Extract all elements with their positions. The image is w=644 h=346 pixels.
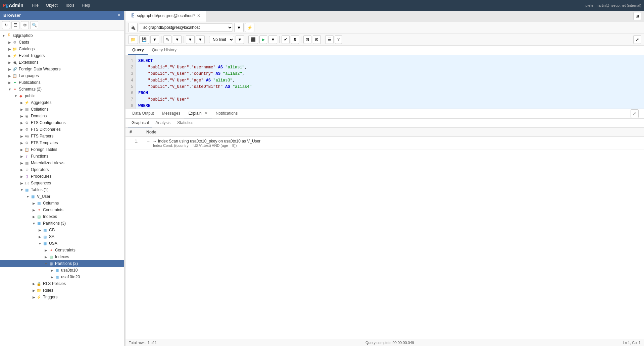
- tree-item-collations[interactable]: ▶ ▤ Collations: [0, 106, 124, 113]
- tree-item-fdw[interactable]: ▶ 🔗 Foreign Data Wrappers: [0, 66, 124, 72]
- tree-item-rls[interactable]: ▶ 🔒 RLS Policies: [0, 280, 124, 287]
- tab-analysis[interactable]: Analysis: [152, 119, 174, 127]
- connection-extra[interactable]: ⚡: [245, 23, 254, 32]
- tree-toggle-ftsd[interactable]: ▶: [19, 128, 24, 131]
- menu-file[interactable]: File: [29, 2, 42, 9]
- tab-data-output[interactable]: Data Output: [128, 109, 158, 118]
- tree-toggle-mv[interactable]: ▶: [19, 161, 24, 165]
- tab-query[interactable]: Query: [128, 46, 148, 55]
- tree-toggle-casts[interactable]: ▶: [7, 41, 12, 44]
- rollback-button[interactable]: ✘: [291, 35, 299, 44]
- tab-query-history[interactable]: Query History: [148, 46, 181, 55]
- tree-toggle-ftsp[interactable]: ▶: [19, 134, 24, 138]
- tab-statistics[interactable]: Statistics: [174, 119, 197, 127]
- tree-toggle-ft[interactable]: ▶: [19, 148, 24, 152]
- explain-analyze-button[interactable]: ⊠: [313, 35, 321, 44]
- tree-toggle-usa[interactable]: ▼: [38, 242, 42, 245]
- tree-item-fts-parsers[interactable]: ▶ Aa FTS Parsers: [0, 133, 124, 139]
- tree-toggle-col[interactable]: ▶: [19, 108, 24, 111]
- tree-toggle-proc[interactable]: ▶: [19, 175, 24, 178]
- tree-item-event-triggers[interactable]: ▶ ⚡ Event Triggers: [0, 52, 124, 59]
- tree-item-usa[interactable]: ▼ ▦ USA: [0, 240, 124, 247]
- tree-item-functions[interactable]: ▶ ƒ Functions: [0, 153, 124, 160]
- tree-toggle-columns[interactable]: ▶: [32, 201, 36, 205]
- tree-toggle-et[interactable]: ▶: [7, 54, 12, 58]
- edit-button[interactable]: ✎: [163, 35, 171, 44]
- tree-toggle-seq[interactable]: ▶: [19, 181, 24, 185]
- tree-toggle-schemas[interactable]: ▼: [7, 88, 12, 91]
- tree-item-sequences[interactable]: ▶ 1.3 Sequences: [0, 180, 124, 186]
- edit-dropdown-button[interactable]: ▼: [173, 35, 182, 44]
- tree-item-triggers[interactable]: ▶ ⚡ Triggers: [0, 294, 124, 300]
- tree-item-gb[interactable]: ▶ ▦ GB: [0, 227, 124, 233]
- tree-toggle-tables[interactable]: ▼: [19, 188, 24, 192]
- menu-object[interactable]: Object: [43, 2, 61, 9]
- tree-item-usa10to20[interactable]: ▶ ▦ usa10to20: [0, 274, 124, 280]
- tree-toggle-pub[interactable]: ▶: [7, 81, 12, 84]
- menu-tools[interactable]: Tools: [62, 2, 78, 9]
- tree-item-columns[interactable]: ▶ ▤ Columns: [0, 200, 124, 207]
- tree-toggle-triggers[interactable]: ▶: [32, 295, 36, 299]
- tree-toggle-indexes[interactable]: ▶: [32, 215, 36, 219]
- open-file-button[interactable]: 📁: [128, 35, 138, 44]
- filter-dropdown-button[interactable]: ▼: [196, 35, 205, 44]
- tree-item-sa[interactable]: ▶ ▦ SA: [0, 233, 124, 240]
- tree-item-catalogs[interactable]: ▶ 📁 Catalogs: [0, 46, 124, 52]
- tree-item-usa-partitions[interactable]: ▼ ▦ Partitions (2): [0, 260, 124, 267]
- run-dropdown-button[interactable]: ▼: [268, 35, 277, 44]
- tab-graphical[interactable]: Graphical: [128, 119, 152, 127]
- commit-button[interactable]: ✔: [282, 35, 290, 44]
- connect-button[interactable]: 🔌: [128, 23, 138, 32]
- query-editor[interactable]: 1 2 3 4 5 6 7 8 9 SELECT "public"."V_Use…: [126, 55, 644, 109]
- tab-close[interactable]: ✕: [197, 13, 200, 18]
- tab-sqlgraphdb[interactable]: 🗄 sqlgraphdb/postgres@localhost* ✕: [126, 11, 206, 21]
- tree-item-publications[interactable]: ▶ ✦ Publications: [0, 79, 124, 86]
- save-file-button[interactable]: 💾: [139, 35, 149, 44]
- connection-options[interactable]: ▼: [234, 23, 244, 32]
- sidebar-collapse[interactable]: ✕: [117, 13, 120, 17]
- tree-toggle-rls[interactable]: ▶: [32, 282, 36, 286]
- tree-toggle-agg[interactable]: ▶: [19, 101, 24, 105]
- tree-item-domains[interactable]: ▶ ◉ Domains: [0, 113, 124, 119]
- tree-item-extensions[interactable]: ▶ 🔌 Extensions: [0, 59, 124, 66]
- tree-item-operators[interactable]: ▶ ⊕ Operators: [0, 166, 124, 173]
- tree-toggle-func[interactable]: ▶: [19, 155, 24, 158]
- macros-button[interactable]: ☰: [325, 35, 334, 44]
- tree-toggle-fdw[interactable]: ▶: [7, 67, 12, 71]
- tree-toggle-usa-i[interactable]: ▶: [44, 255, 48, 259]
- tree-toggle-public[interactable]: ▼: [13, 94, 18, 98]
- tree-toggle-rules[interactable]: ▶: [32, 289, 36, 292]
- tree-item-fts-templates[interactable]: ▶ ⚙ FTS Templates: [0, 139, 124, 146]
- tree-toggle-usa-p[interactable]: ▼: [44, 262, 48, 266]
- tab-notifications[interactable]: Notifications: [212, 109, 242, 118]
- tree-item-public[interactable]: ▼ ◆ public: [0, 93, 124, 99]
- tree-item-sqlgraphdb[interactable]: ▼ 🗄 sqlgraphdb: [0, 32, 124, 39]
- tree-toggle-usa0[interactable]: ▶: [50, 269, 54, 272]
- tree-item-schemas[interactable]: ▼ ✦ Schemas (2): [0, 86, 124, 93]
- tree-item-mat-views[interactable]: ▶ ▦ Materialized Views: [0, 160, 124, 166]
- tree-toggle-ftsc[interactable]: ▶: [19, 121, 24, 125]
- tree-item-constraints[interactable]: ▶ ✦ Constraints: [0, 207, 124, 213]
- tree-item-aggregates[interactable]: ▶ ⚡ Aggregates: [0, 99, 124, 106]
- tree-item-tables[interactable]: ▼ ▦ Tables (1): [0, 186, 124, 193]
- tree-toggle-dom[interactable]: ▶: [19, 114, 24, 118]
- explain-close[interactable]: ✕: [204, 111, 208, 116]
- tree-toggle-sqlgraphdb[interactable]: ▼: [1, 34, 6, 38]
- tree-item-usa-indexes[interactable]: ▶ ▤ Indexes: [0, 253, 124, 260]
- tree-item-rules[interactable]: ▶ 📁 Rules: [0, 287, 124, 294]
- tree-toggle-usa10[interactable]: ▶: [50, 275, 54, 279]
- tree-toggle-partitions[interactable]: ▼: [32, 222, 36, 225]
- run-button[interactable]: ▶: [259, 35, 267, 44]
- tree-item-usa-constraints[interactable]: ▶ ✦ Constraints: [0, 247, 124, 253]
- tree-item-fts-dict[interactable]: ▶ ⚙ FTS Dictionaries: [0, 126, 124, 133]
- tab-detach[interactable]: ⊞: [633, 12, 641, 20]
- tree-toggle-catalogs[interactable]: ▶: [7, 47, 12, 51]
- tree-toggle-ftst[interactable]: ▶: [19, 141, 24, 145]
- save-dropdown-button[interactable]: ▼: [150, 35, 159, 44]
- tree-item-languages[interactable]: ▶ 📋 Languages: [0, 72, 124, 79]
- explain-button[interactable]: ⊡: [303, 35, 311, 44]
- tree-item-indexes[interactable]: ▶ ▤ Indexes: [0, 213, 124, 220]
- limit-select[interactable]: No limit: [209, 36, 234, 43]
- tree-item-procedures[interactable]: ▶ () Procedures: [0, 173, 124, 180]
- tab-messages[interactable]: Messages: [158, 109, 185, 118]
